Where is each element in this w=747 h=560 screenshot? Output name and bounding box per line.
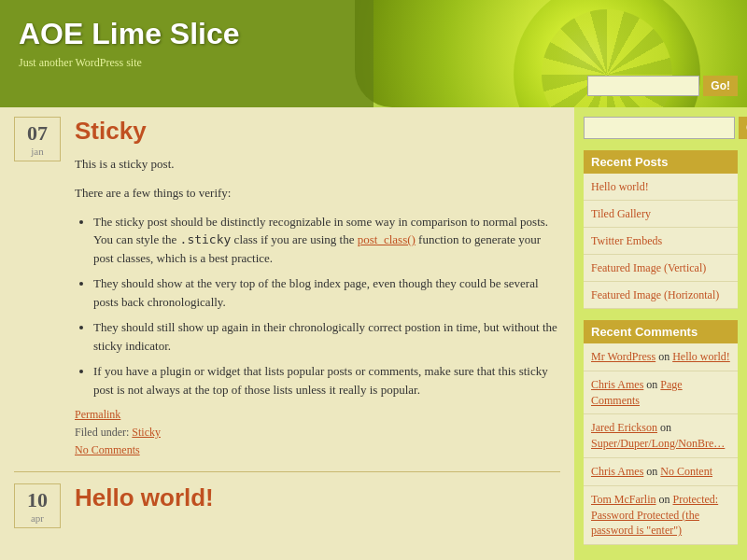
header-search-input[interactable]	[587, 76, 699, 96]
post-month: apr	[15, 512, 60, 524]
post-meta-sticky: Permalink Filed under: Sticky No Comment…	[75, 408, 560, 457]
list-item: They should show at the very top of the …	[93, 274, 560, 311]
recent-comments-widget: Recent Comments Mr WordPress on Hello wo…	[584, 320, 738, 545]
sidebar: Go! Recent Posts Hello world! Tiled Gall…	[574, 107, 747, 560]
list-item: Featured Image (Vertical)	[584, 255, 738, 282]
sidebar-search-form: Go!	[584, 117, 738, 139]
recent-comments-title: Recent Comments	[584, 320, 738, 343]
sidebar-search-input[interactable]	[584, 117, 735, 139]
site-header: AOE Lime Slice Just another WordPress si…	[0, 0, 747, 107]
post-hello-world: 10 apr Hello world!	[14, 483, 560, 522]
filed-under: Filed under: Sticky	[75, 426, 560, 440]
post-content-sticky: This is a sticky post. There are a few t…	[75, 155, 560, 399]
comment-item: Tom McFarlin on Protected: Password Prot…	[584, 486, 738, 545]
sidebar-search-button[interactable]: Go!	[739, 117, 747, 139]
list-item: They should still show up again in their…	[93, 318, 560, 355]
list-item: Tiled Gallery	[584, 201, 738, 228]
header-search-form: Go!	[587, 76, 738, 96]
comment-post-link[interactable]: No Content	[660, 465, 712, 478]
post-day: 07	[15, 121, 60, 146]
recent-post-link[interactable]: Tiled Gallery	[591, 207, 651, 220]
post-sticky: 07 jan Sticky This is a sticky post. The…	[14, 117, 560, 457]
post-title-link[interactable]: Hello world!	[75, 483, 214, 511]
list-item: The sticky post should be distinctly rec…	[93, 213, 560, 268]
post-date-sticky: 07 jan	[14, 117, 61, 161]
commenter-link[interactable]: Jared Erickson	[591, 421, 657, 434]
comment-post-link[interactable]: Super/Duper/Long/NonBre…	[591, 437, 725, 450]
recent-posts-widget: Recent Posts Hello world! Tiled Gallery …	[584, 150, 738, 309]
category-link[interactable]: Sticky	[132, 426, 161, 439]
list-item: Featured Image (Horizontal)	[584, 282, 738, 309]
recent-post-link[interactable]: Featured Image (Horizontal)	[591, 288, 719, 301]
site-tagline: Just another WordPress site	[19, 56, 355, 70]
post-title-sticky: Sticky	[75, 117, 560, 146]
header-content: AOE Lime Slice Just another WordPress si…	[0, 0, 374, 107]
main-container: 07 jan Sticky This is a sticky post. The…	[0, 107, 747, 560]
post-intro2: There are a few things to verify:	[75, 184, 560, 203]
comments-link-wrapper: No Comments	[75, 443, 560, 457]
list-item: Twitter Embeds	[584, 228, 738, 255]
recent-post-link[interactable]: Twitter Embeds	[591, 234, 662, 247]
post-class-link[interactable]: post_class()	[358, 232, 416, 246]
no-comments-link[interactable]: No Comments	[75, 443, 140, 456]
comment-item: Jared Erickson on Super/Duper/Long/NonBr…	[584, 414, 738, 458]
list-item: Hello world!	[584, 174, 738, 201]
post-divider	[14, 471, 560, 472]
post-date-hello: 10 apr	[14, 483, 61, 528]
page-wrapper: AOE Lime Slice Just another WordPress si…	[0, 0, 747, 560]
comment-item: Mr WordPress on Hello world!	[584, 343, 738, 371]
commenter-link[interactable]: Tom McFarlin	[591, 493, 656, 506]
header-search-button[interactable]: Go!	[703, 76, 738, 96]
post-month: jan	[15, 146, 60, 157]
list-item: If you have a plugin or widget that list…	[93, 362, 560, 399]
site-title: AOE Lime Slice	[19, 17, 355, 51]
post-bullet-list: The sticky post should be distinctly rec…	[93, 213, 560, 399]
recent-posts-list: Hello world! Tiled Gallery Twitter Embed…	[584, 174, 738, 309]
recent-post-link[interactable]: Featured Image (Vertical)	[591, 261, 706, 274]
comment-item: Chris Ames on No Content	[584, 458, 738, 486]
recent-posts-title: Recent Posts	[584, 150, 738, 174]
post-intro1: This is a sticky post.	[75, 155, 560, 175]
commenter-link[interactable]: Chris Ames	[591, 465, 643, 478]
comment-item: Chris Ames on Page Comments	[584, 371, 738, 415]
commenter-link[interactable]: Chris Ames	[591, 378, 643, 391]
recent-post-link[interactable]: Hello world!	[591, 180, 649, 193]
comment-post-link[interactable]: Hello world!	[672, 350, 730, 363]
content-area: 07 jan Sticky This is a sticky post. The…	[0, 107, 574, 560]
commenter-link[interactable]: Mr WordPress	[591, 350, 655, 363]
post-body-hello: Hello world!	[75, 483, 560, 522]
post-body-sticky: Sticky This is a sticky post. There are …	[75, 117, 560, 457]
post-day: 10	[15, 488, 60, 512]
post-title-hello: Hello world!	[75, 483, 560, 512]
permalink-link[interactable]: Permalink	[75, 408, 560, 422]
